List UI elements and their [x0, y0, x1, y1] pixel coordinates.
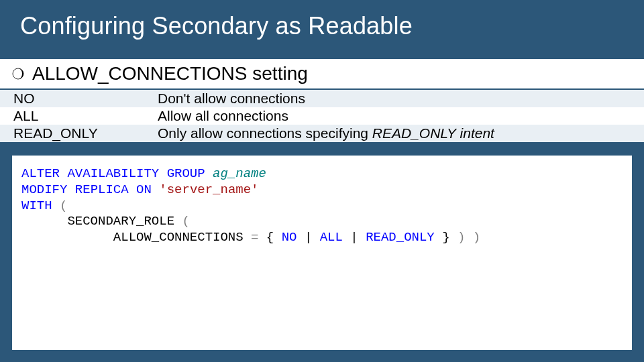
spacer: [0, 142, 644, 156]
setting-desc: Don't allow connections: [144, 90, 644, 107]
setting-desc: Only allow connections specifying READ_O…: [144, 125, 644, 142]
page-title: Configuring Secondary as Readable: [0, 0, 644, 59]
section-header: ALLOW_CONNECTIONS setting: [0, 59, 644, 90]
setting-desc: Allow all connections: [144, 107, 644, 125]
section-heading: ALLOW_CONNECTIONS setting: [32, 63, 308, 84]
setting-key: NO: [0, 90, 144, 107]
code-block: ALTER AVAILABILITY GROUP ag_name MODIFY …: [12, 156, 632, 350]
setting-key: ALL: [0, 107, 144, 125]
slide: Configuring Secondary as Readable ALLOW_…: [0, 0, 644, 362]
table-row: ALL Allow all connections: [0, 107, 644, 125]
table-row: READ_ONLY Only allow connections specify…: [0, 125, 644, 142]
table-row: NO Don't allow connections: [0, 90, 644, 107]
setting-key: READ_ONLY: [0, 125, 144, 142]
moon-icon: [12, 68, 24, 80]
settings-table: NO Don't allow connections ALL Allow all…: [0, 90, 644, 142]
section-keyword: ALLOW_CONNECTIONS: [32, 63, 248, 84]
section-suffix: setting: [248, 63, 308, 84]
